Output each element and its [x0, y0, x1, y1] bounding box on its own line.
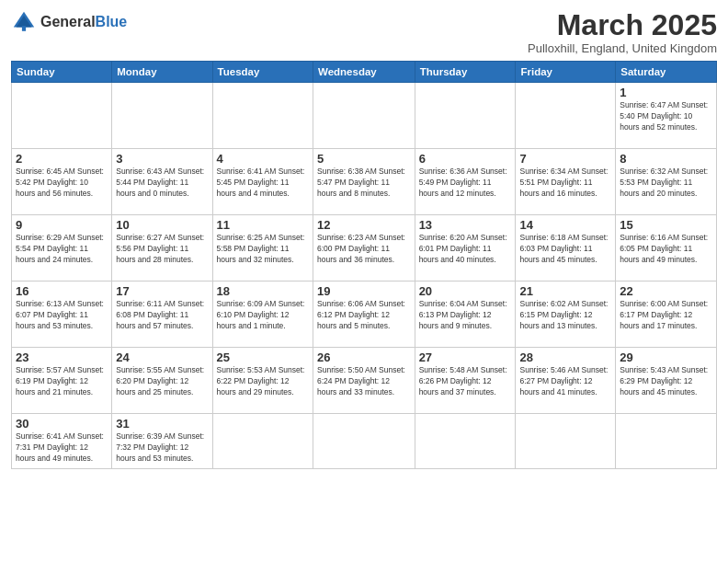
day-number: 10: [116, 218, 208, 232]
day-info: Sunrise: 6:20 AM Sunset: 6:01 PM Dayligh…: [419, 233, 512, 266]
calendar-cell: 13Sunrise: 6:20 AM Sunset: 6:01 PM Dayli…: [415, 215, 516, 282]
calendar-cell: 3Sunrise: 6:43 AM Sunset: 5:44 PM Daylig…: [112, 149, 212, 215]
day-number: 15: [620, 218, 712, 232]
calendar-cell: [212, 414, 313, 469]
calendar-week-row: 16Sunrise: 6:13 AM Sunset: 6:07 PM Dayli…: [12, 282, 717, 348]
day-info: Sunrise: 6:38 AM Sunset: 5:47 PM Dayligh…: [317, 167, 411, 200]
logo: GeneralBlue: [11, 9, 127, 35]
calendar-cell: 31Sunrise: 6:39 AM Sunset: 7:32 PM Dayli…: [112, 414, 212, 469]
day-number: 31: [116, 417, 208, 431]
calendar-cell: 5Sunrise: 6:38 AM Sunset: 5:47 PM Daylig…: [313, 149, 415, 215]
calendar-cell: 28Sunrise: 5:46 AM Sunset: 6:27 PM Dayli…: [516, 348, 616, 414]
calendar-cell: [415, 83, 516, 149]
day-number: 20: [419, 284, 512, 298]
calendar-cell: [112, 83, 212, 149]
day-number: 22: [620, 284, 712, 298]
day-info: Sunrise: 6:34 AM Sunset: 5:51 PM Dayligh…: [519, 167, 611, 200]
calendar-cell: [616, 414, 717, 469]
day-info: Sunrise: 6:39 AM Sunset: 7:32 PM Dayligh…: [116, 431, 208, 465]
calendar-week-row: 30Sunrise: 6:41 AM Sunset: 7:31 PM Dayli…: [12, 414, 717, 469]
calendar-cell: 2Sunrise: 6:45 AM Sunset: 5:42 PM Daylig…: [12, 149, 112, 215]
col-header-friday: Friday: [516, 62, 616, 83]
calendar-cell: 4Sunrise: 6:41 AM Sunset: 5:45 PM Daylig…: [212, 149, 313, 215]
calendar-cell: 18Sunrise: 6:09 AM Sunset: 6:10 PM Dayli…: [212, 282, 313, 348]
day-number: 16: [16, 284, 108, 298]
calendar-cell: 20Sunrise: 6:04 AM Sunset: 6:13 PM Dayli…: [415, 282, 516, 348]
day-number: 2: [16, 152, 108, 166]
col-header-monday: Monday: [112, 62, 212, 83]
calendar-cell: 10Sunrise: 6:27 AM Sunset: 5:56 PM Dayli…: [112, 215, 212, 282]
day-number: 26: [317, 350, 411, 364]
calendar-cell: 29Sunrise: 5:43 AM Sunset: 6:29 PM Dayli…: [616, 348, 717, 414]
calendar-cell: 21Sunrise: 6:02 AM Sunset: 6:15 PM Dayli…: [516, 282, 616, 348]
calendar-cell: [212, 83, 313, 149]
calendar-cell: 30Sunrise: 6:41 AM Sunset: 7:31 PM Dayli…: [12, 414, 112, 469]
day-number: 18: [217, 284, 309, 298]
day-info: Sunrise: 6:09 AM Sunset: 6:10 PM Dayligh…: [217, 299, 309, 332]
subtitle: Pulloxhill, England, United Kingdom: [528, 41, 717, 55]
svg-rect-2: [22, 26, 26, 31]
calendar-cell: 9Sunrise: 6:29 AM Sunset: 5:54 PM Daylig…: [12, 215, 112, 282]
calendar-week-row: 1Sunrise: 6:47 AM Sunset: 5:40 PM Daylig…: [12, 83, 717, 149]
calendar-cell: 23Sunrise: 5:57 AM Sunset: 6:19 PM Dayli…: [12, 348, 112, 414]
day-info: Sunrise: 5:53 AM Sunset: 6:22 PM Dayligh…: [217, 365, 309, 398]
day-info: Sunrise: 6:23 AM Sunset: 6:00 PM Dayligh…: [317, 233, 411, 266]
calendar-table: SundayMondayTuesdayWednesdayThursdayFrid…: [11, 61, 717, 469]
day-info: Sunrise: 6:02 AM Sunset: 6:15 PM Dayligh…: [519, 299, 611, 332]
day-info: Sunrise: 6:00 AM Sunset: 6:17 PM Dayligh…: [620, 299, 712, 332]
day-info: Sunrise: 5:50 AM Sunset: 6:24 PM Dayligh…: [317, 365, 411, 398]
calendar-cell: [415, 414, 516, 469]
day-info: Sunrise: 6:47 AM Sunset: 5:40 PM Dayligh…: [620, 100, 712, 133]
calendar-cell: 22Sunrise: 6:00 AM Sunset: 6:17 PM Dayli…: [616, 282, 717, 348]
title-block: March 2025 Pulloxhill, England, United K…: [528, 9, 717, 55]
day-number: 30: [16, 417, 108, 431]
day-info: Sunrise: 6:41 AM Sunset: 7:31 PM Dayligh…: [16, 431, 108, 465]
day-number: 1: [620, 86, 712, 99]
calendar-week-row: 2Sunrise: 6:45 AM Sunset: 5:42 PM Daylig…: [12, 149, 717, 215]
day-number: 27: [419, 350, 512, 364]
calendar-cell: 27Sunrise: 5:48 AM Sunset: 6:26 PM Dayli…: [415, 348, 516, 414]
col-header-saturday: Saturday: [616, 62, 717, 83]
calendar-cell: 19Sunrise: 6:06 AM Sunset: 6:12 PM Dayli…: [313, 282, 415, 348]
calendar-cell: 24Sunrise: 5:55 AM Sunset: 6:20 PM Dayli…: [112, 348, 212, 414]
day-number: 24: [116, 350, 208, 364]
day-number: 7: [519, 152, 611, 166]
calendar-cell: 15Sunrise: 6:16 AM Sunset: 6:05 PM Dayli…: [616, 215, 717, 282]
day-info: Sunrise: 5:43 AM Sunset: 6:29 PM Dayligh…: [620, 365, 712, 398]
calendar-week-row: 23Sunrise: 5:57 AM Sunset: 6:19 PM Dayli…: [12, 348, 717, 414]
calendar-cell: [313, 83, 415, 149]
day-number: 28: [519, 350, 611, 364]
calendar-cell: 26Sunrise: 5:50 AM Sunset: 6:24 PM Dayli…: [313, 348, 415, 414]
day-info: Sunrise: 6:16 AM Sunset: 6:05 PM Dayligh…: [620, 233, 712, 266]
calendar-cell: 8Sunrise: 6:32 AM Sunset: 5:53 PM Daylig…: [616, 149, 717, 215]
day-info: Sunrise: 5:46 AM Sunset: 6:27 PM Dayligh…: [519, 365, 611, 398]
col-header-thursday: Thursday: [415, 62, 516, 83]
col-header-wednesday: Wednesday: [313, 62, 415, 83]
day-number: 29: [620, 350, 712, 364]
day-info: Sunrise: 6:32 AM Sunset: 5:53 PM Dayligh…: [620, 167, 712, 200]
day-info: Sunrise: 6:29 AM Sunset: 5:54 PM Dayligh…: [16, 233, 108, 266]
calendar-week-row: 9Sunrise: 6:29 AM Sunset: 5:54 PM Daylig…: [12, 215, 717, 282]
day-info: Sunrise: 5:57 AM Sunset: 6:19 PM Dayligh…: [16, 365, 108, 398]
col-header-tuesday: Tuesday: [212, 62, 313, 83]
day-number: 11: [217, 218, 309, 232]
day-number: 6: [419, 152, 512, 166]
logo-text: GeneralBlue: [40, 14, 127, 30]
calendar-cell: [516, 414, 616, 469]
day-info: Sunrise: 5:55 AM Sunset: 6:20 PM Dayligh…: [116, 365, 208, 398]
day-number: 9: [16, 218, 108, 232]
day-number: 4: [217, 152, 309, 166]
day-info: Sunrise: 6:27 AM Sunset: 5:56 PM Dayligh…: [116, 233, 208, 266]
day-info: Sunrise: 6:18 AM Sunset: 6:03 PM Dayligh…: [519, 233, 611, 266]
day-number: 21: [519, 284, 611, 298]
day-number: 8: [620, 152, 712, 166]
day-number: 19: [317, 284, 411, 298]
day-number: 25: [217, 350, 309, 364]
day-info: Sunrise: 6:43 AM Sunset: 5:44 PM Dayligh…: [116, 167, 208, 200]
calendar-cell: 12Sunrise: 6:23 AM Sunset: 6:00 PM Dayli…: [313, 215, 415, 282]
calendar-cell: 17Sunrise: 6:11 AM Sunset: 6:08 PM Dayli…: [112, 282, 212, 348]
day-number: 17: [116, 284, 208, 298]
header: GeneralBlue March 2025 Pulloxhill, Engla…: [11, 9, 717, 55]
calendar-cell: 16Sunrise: 6:13 AM Sunset: 6:07 PM Dayli…: [12, 282, 112, 348]
day-number: 14: [519, 218, 611, 232]
